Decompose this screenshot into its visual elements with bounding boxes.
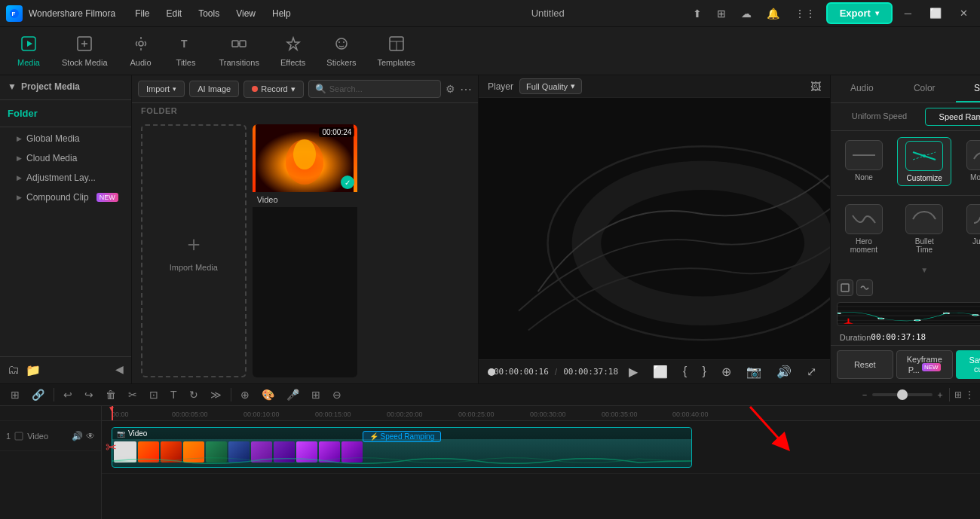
svg-rect-10 [240, 41, 246, 47]
playhead[interactable] [112, 406, 113, 420]
delete-button[interactable]: 🗑 [101, 387, 121, 402]
more-icon[interactable]: ⋮ [965, 389, 974, 400]
export-button[interactable]: Export ▾ [826, 2, 893, 24]
menu-view[interactable]: View [228, 5, 263, 22]
minus-icon[interactable]: ⊖ [328, 387, 346, 402]
preview-settings-icon[interactable]: 🖼 [810, 81, 821, 93]
preset-jumper[interactable]: Jumper [957, 201, 980, 257]
settings-icon[interactable]: ☁ [737, 6, 756, 21]
cloud-save-icon[interactable]: ⬆ [688, 6, 706, 21]
expand-presets-button[interactable]: ▼ [831, 263, 980, 276]
panel-divider [0, 99, 131, 100]
tool-audio-label: Audio [130, 58, 151, 67]
audio-button[interactable]: 🔊 [772, 363, 796, 380]
tool-stock[interactable]: Stock Media [51, 31, 118, 72]
text-button[interactable]: T [166, 387, 182, 402]
tool-audio[interactable]: Audio [118, 31, 164, 72]
clip-marker-button[interactable]: ⊕ [717, 363, 736, 380]
preset-hero-moment[interactable]: Heromoment [837, 201, 891, 257]
sidebar-item-cloud-media[interactable]: ▶ Cloud Media [0, 148, 131, 168]
redo-button[interactable]: ↪ [80, 387, 98, 402]
preview-panel: Player Full Quality ▾ 🖼 [479, 75, 830, 383]
menu-help[interactable]: Help [265, 5, 299, 22]
group-icon[interactable]: ⊞ [307, 387, 325, 402]
multicam-icon[interactable]: ⊕ [236, 387, 254, 402]
snapshot-button[interactable]: 📷 [742, 363, 766, 380]
stop-button[interactable]: ⬜ [648, 363, 672, 380]
menu-file[interactable]: File [127, 5, 157, 22]
undo-button[interactable]: ↩ [59, 387, 77, 402]
ai-image-button[interactable]: AI Image [189, 81, 239, 97]
folder-button[interactable]: Folder [8, 108, 124, 119]
speed-ramp-label: ⚡ Speed Ramping [363, 431, 442, 442]
mark-in-button[interactable]: { [678, 363, 691, 380]
tool-media[interactable]: Media [6, 31, 51, 72]
record-button[interactable]: Record ▾ [243, 81, 303, 98]
save-custom-button[interactable]: Save as cus... [956, 350, 980, 379]
maximize-button[interactable]: ⬜ [923, 6, 948, 20]
zoom-handle[interactable] [897, 389, 908, 400]
zoom-out-icon[interactable]: － [860, 389, 869, 401]
preset-bullet-icon [905, 204, 943, 234]
add-folder-icon[interactable]: 🗂 [8, 363, 20, 377]
search-box[interactable]: 🔍 Search... [308, 80, 441, 98]
tool-effects[interactable]: Effects [270, 31, 316, 72]
zoom-in-icon[interactable]: ＋ [936, 389, 945, 401]
tab-color[interactable]: Color [893, 75, 956, 102]
preset-montage[interactable]: Montage [957, 137, 980, 186]
progress-handle[interactable] [488, 368, 495, 376]
preset-none[interactable]: None [837, 137, 891, 186]
import-button[interactable]: Import ▾ [138, 81, 185, 97]
duration-row: Duration 00:00:37:18 [831, 329, 980, 345]
cut-button[interactable]: ✂ [124, 387, 142, 402]
tab-speed[interactable]: Speed [956, 75, 980, 102]
crop-button[interactable]: ⊡ [145, 387, 163, 402]
apps-icon[interactable]: ⋮⋮ [790, 6, 820, 21]
tool-transitions[interactable]: Transitions [209, 31, 270, 72]
titles-icon: T [178, 35, 194, 56]
preview-icon[interactable]: ⊞ [712, 6, 730, 21]
more-options-icon[interactable]: ⋯ [460, 82, 472, 96]
notification-icon[interactable]: 🔔 [762, 6, 784, 21]
tool-stickers[interactable]: Stickers [316, 31, 366, 72]
sidebar-item-global-media[interactable]: ▶ Global Media [0, 129, 131, 148]
tab-audio[interactable]: Audio [831, 75, 893, 102]
zoom-slider[interactable] [872, 393, 933, 396]
freeze-frame-icon[interactable] [837, 279, 853, 296]
rotate-button[interactable]: ↻ [185, 387, 203, 402]
mark-out-button[interactable]: } [697, 363, 710, 380]
quality-selector[interactable]: Full Quality ▾ [519, 78, 582, 94]
snap-icon[interactable]: ⊞ [6, 387, 24, 402]
tool-titles[interactable]: T Titles [164, 31, 209, 72]
video-clip[interactable]: ⚡ Speed Ramping 📷 Video [112, 427, 692, 468]
reset-button[interactable]: Reset [837, 350, 893, 379]
menu-edit[interactable]: Edit [159, 5, 190, 22]
keyframe-button[interactable]: Keyframe P... NEW [896, 350, 953, 379]
sidebar-item-adjustment-layer[interactable]: ▶ Adjustment Lay... [0, 168, 131, 188]
tool-templates[interactable]: Templates [366, 31, 425, 72]
import-media-cell[interactable]: ＋ Import Media [141, 124, 247, 377]
track-eye-icon[interactable]: 👁 [86, 431, 95, 441]
magnetic-icon[interactable]: 🔗 [27, 387, 49, 402]
collapse-arrow[interactable]: ▼ [8, 81, 17, 92]
close-button[interactable]: ✕ [954, 6, 974, 20]
fullscreen-button[interactable]: ⤢ [802, 363, 821, 380]
subtab-uniform-speed[interactable]: Uniform Speed [837, 108, 923, 126]
video-thumbnail-cell[interactable]: 00:00:24 ✓ Video [253, 124, 358, 377]
smooth-icon[interactable] [856, 279, 873, 296]
grid-icon[interactable]: ⊞ [954, 389, 962, 400]
collapse-panel-button[interactable]: ◀ [115, 363, 124, 377]
menu-tools[interactable]: Tools [191, 5, 227, 22]
minimize-button[interactable]: ─ [899, 6, 917, 20]
subtab-speed-ramping[interactable]: Speed Ramping [925, 108, 980, 126]
color-icon[interactable]: 🎨 [257, 387, 279, 402]
preset-customize[interactable]: Customize [897, 137, 951, 186]
track-speaker-icon[interactable]: 🔊 [72, 431, 83, 441]
new-folder-icon[interactable]: 📁 [26, 363, 41, 377]
preset-bullet-time[interactable]: BulletTime [897, 201, 951, 257]
sidebar-item-compound-clip[interactable]: ▶ Compound Clip NEW [0, 188, 131, 207]
audio-btn[interactable]: 🎤 [282, 387, 304, 402]
filter-icon[interactable]: ⚙ [446, 83, 455, 95]
play-button[interactable]: ▶ [624, 363, 642, 380]
speed-button[interactable]: ≫ [206, 387, 226, 402]
